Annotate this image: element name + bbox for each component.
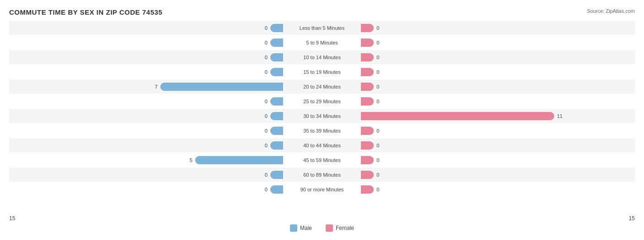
female-value: 0 [377, 172, 379, 178]
female-bar-zero [361, 127, 374, 135]
female-value: 0 [377, 25, 379, 31]
male-value: 0 [265, 40, 267, 45]
male-bar [160, 83, 283, 91]
right-section: 0 [359, 35, 635, 50]
male-bar-zero [270, 112, 283, 120]
left-section: 0 [9, 35, 285, 50]
chart-row: 5 45 to 59 Minutes 0 [9, 153, 635, 167]
chart-row: 0 25 to 29 Minutes 0 [9, 94, 635, 108]
female-bar-zero [361, 171, 374, 179]
male-bar-zero [270, 68, 283, 76]
row-label: 45 to 59 Minutes [285, 157, 359, 163]
male-value: 0 [265, 187, 267, 192]
row-label: 15 to 19 Minutes [285, 69, 359, 75]
male-bar-zero [270, 97, 283, 106]
chart-row: 7 20 to 24 Minutes 0 [9, 79, 635, 94]
legend-male: Male [290, 224, 312, 232]
female-bar-zero [361, 156, 374, 164]
left-section: 0 [9, 123, 285, 138]
right-section: 11 [359, 109, 635, 123]
male-value: 5 [190, 157, 192, 163]
left-section: 0 [9, 21, 285, 35]
female-value: 0 [377, 40, 379, 45]
male-value: 0 [265, 113, 267, 119]
axis-left: 15 [9, 215, 15, 222]
female-bar-zero [361, 39, 374, 47]
left-section: 5 [9, 153, 285, 167]
chart-row: 0 10 to 14 Minutes 0 [9, 50, 635, 64]
right-section: 0 [359, 21, 635, 35]
right-section: 0 [359, 79, 635, 94]
female-value: 0 [377, 187, 379, 192]
female-bar-zero [361, 97, 374, 106]
female-bar-zero [361, 53, 374, 61]
female-bar-zero [361, 68, 374, 76]
left-section: 7 [9, 79, 285, 94]
chart-row: 0 5 to 9 Minutes 0 [9, 35, 635, 50]
legend-female: Female [326, 224, 354, 232]
legend: Male Female [9, 224, 635, 232]
female-value: 0 [377, 69, 379, 75]
row-label: 90 or more Minutes [285, 187, 359, 192]
row-label: 60 to 89 Minutes [285, 172, 359, 178]
chart-area: 0 Less than 5 Minutes 0 0 5 to 9 Minutes… [9, 21, 635, 213]
chart-row: 0 Less than 5 Minutes 0 [9, 21, 635, 35]
male-value: 0 [265, 25, 267, 31]
male-bar-zero [270, 171, 283, 179]
left-section: 0 [9, 65, 285, 79]
male-value: 0 [265, 99, 267, 104]
chart-row: 0 90 or more Minutes 0 [9, 182, 635, 196]
female-value: 0 [377, 128, 379, 134]
male-bar-zero [270, 141, 283, 150]
female-value: 0 [377, 99, 379, 104]
male-bar-zero [270, 127, 283, 135]
chart-row: 0 30 to 34 Minutes 11 [9, 109, 635, 123]
right-section: 0 [359, 182, 635, 196]
left-section: 0 [9, 182, 285, 196]
female-bar-zero [361, 141, 374, 150]
female-value: 0 [377, 157, 379, 163]
male-bar-zero [270, 53, 283, 61]
female-value: 0 [377, 55, 379, 60]
left-section: 0 [9, 50, 285, 64]
male-bar-zero [270, 39, 283, 47]
male-bar-zero [270, 24, 283, 32]
male-bar-zero [270, 185, 283, 194]
male-value: 0 [265, 172, 267, 178]
row-label: 5 to 9 Minutes [285, 40, 359, 45]
row-label: Less than 5 Minutes [285, 25, 359, 31]
axis-right: 15 [629, 215, 635, 222]
row-label: 10 to 14 Minutes [285, 55, 359, 60]
row-label: 30 to 34 Minutes [285, 113, 359, 119]
female-value: 11 [557, 113, 562, 119]
female-bar-zero [361, 24, 374, 32]
row-label: 25 to 29 Minutes [285, 99, 359, 104]
left-section: 0 [9, 109, 285, 123]
male-value: 0 [265, 128, 267, 134]
male-legend-label: Male [300, 225, 312, 231]
female-bar-zero [361, 185, 374, 194]
chart-row: 0 40 to 44 Minutes 0 [9, 138, 635, 152]
right-section: 0 [359, 123, 635, 138]
left-section: 0 [9, 167, 285, 182]
female-bar [361, 112, 554, 120]
row-label: 20 to 24 Minutes [285, 84, 359, 89]
male-bar [195, 156, 283, 164]
male-value: 0 [265, 143, 267, 148]
chart-row: 0 15 to 19 Minutes 0 [9, 65, 635, 79]
right-section: 0 [359, 50, 635, 64]
left-section: 0 [9, 94, 285, 108]
row-label: 40 to 44 Minutes [285, 143, 359, 148]
female-value: 0 [377, 143, 379, 148]
female-bar-zero [361, 83, 374, 91]
right-section: 0 [359, 94, 635, 108]
male-value: 0 [265, 69, 267, 75]
male-value: 0 [265, 55, 267, 60]
right-section: 0 [359, 167, 635, 182]
female-legend-label: Female [336, 225, 354, 231]
female-color-box [326, 224, 333, 232]
left-section: 0 [9, 138, 285, 152]
right-section: 0 [359, 153, 635, 167]
right-section: 0 [359, 138, 635, 152]
row-label: 35 to 39 Minutes [285, 128, 359, 134]
